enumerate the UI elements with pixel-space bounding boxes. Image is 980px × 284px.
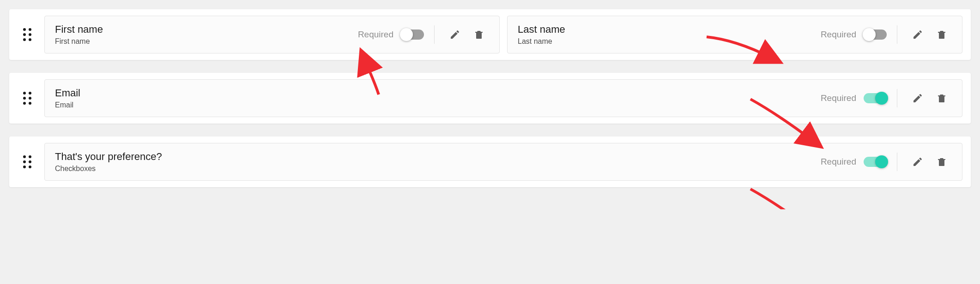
fields-container: First name First name Required Last name… [44,16,962,53]
field-card-email: Email Email Required [44,79,962,117]
fields-container: Email Email Required [44,79,962,117]
divider [897,25,897,44]
field-subtitle: Last name [518,37,817,46]
required-toggle[interactable] [864,93,887,103]
field-title: First name [55,24,354,36]
field-subtitle: First name [55,37,354,46]
required-toggle[interactable] [864,157,887,167]
field-info: Last name Last name [518,24,817,46]
delete-button[interactable] [932,152,952,172]
trash-icon [936,156,947,167]
delete-button[interactable] [932,24,952,45]
required-toggle[interactable] [864,30,887,40]
trash-icon [473,29,484,40]
form-field-row: Email Email Required [9,73,971,124]
required-label: Required [821,93,856,103]
required-toggle[interactable] [401,30,424,40]
toggle-knob [875,155,888,168]
drag-handle[interactable] [18,16,37,53]
field-card-preference: That's your preference? Checkboxes Requi… [44,143,962,181]
trash-icon [936,93,947,104]
required-label: Required [821,30,856,40]
toggle-knob [400,28,413,41]
field-info: That's your preference? Checkboxes [55,151,817,173]
field-title: Email [55,87,817,99]
form-field-row: First name First name Required Last name… [9,9,971,60]
pencil-icon [912,93,923,104]
edit-button[interactable] [907,24,928,45]
divider [434,25,435,44]
form-field-row: That's your preference? Checkboxes Requi… [9,136,971,187]
fields-container: That's your preference? Checkboxes Requi… [44,143,962,181]
edit-button[interactable] [445,24,465,45]
field-title: That's your preference? [55,151,817,163]
divider [897,153,897,171]
drag-handle-icon [23,92,31,105]
drag-handle[interactable] [18,143,37,181]
delete-button[interactable] [932,88,952,108]
field-title: Last name [518,24,817,36]
drag-handle-icon [23,28,31,41]
field-info: First name First name [55,24,354,46]
required-label: Required [358,30,393,40]
trash-icon [936,29,947,40]
drag-handle[interactable] [18,79,37,117]
pencil-icon [912,29,923,40]
field-card-last-name: Last name Last name Required [507,16,962,53]
drag-handle-icon [23,155,31,168]
toggle-knob [863,28,876,41]
field-subtitle: Checkboxes [55,165,817,173]
divider [897,89,897,107]
field-info: Email Email [55,87,817,109]
toggle-knob [875,92,888,105]
edit-button[interactable] [907,88,928,108]
field-card-first-name: First name First name Required [44,16,500,53]
required-label: Required [821,157,856,167]
pencil-icon [912,156,923,167]
edit-button[interactable] [907,152,928,172]
field-subtitle: Email [55,101,817,109]
delete-button[interactable] [469,24,489,45]
pencil-icon [449,29,460,40]
